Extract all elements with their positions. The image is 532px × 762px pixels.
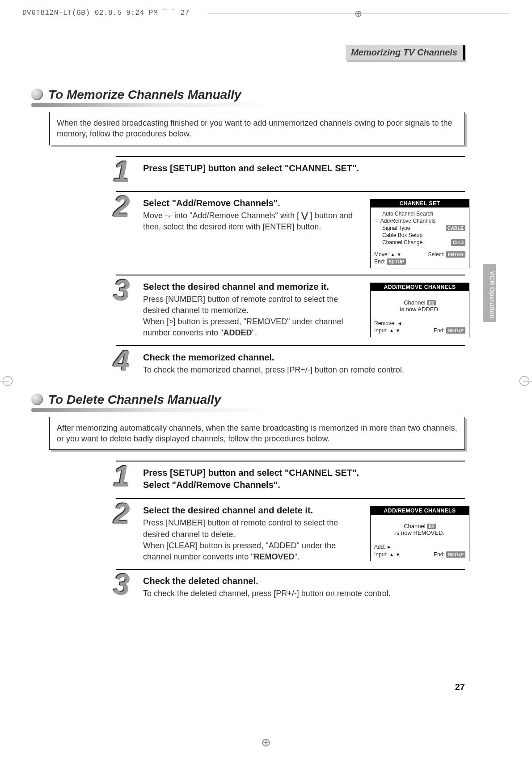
step-number: 1 (114, 157, 130, 186)
intro-box-delete: After memorizing automatically channels,… (49, 417, 465, 450)
osd-foot-label: End: (374, 258, 385, 265)
down-triangle-icon: ▼ (396, 328, 401, 333)
step: 1 Press [SETUP] button and select "CHANN… (116, 461, 465, 498)
body-text-bold: REMOVED (254, 552, 295, 561)
osd-foot-label: End: (434, 551, 445, 558)
osd-footer-row: End: SETUP (374, 258, 465, 265)
osd-row: ☞ Add/Remove Channels (374, 217, 465, 224)
body-text-bold: ADDED (223, 328, 252, 337)
step: 2 Select the desired channel and delete … (116, 498, 465, 569)
skip-forward-icon: ► (387, 544, 392, 550)
pointing-hand-icon: ☞ (374, 218, 380, 224)
osd-title: CHANNEL SET (371, 199, 469, 207)
step-body: Press [NUMBER] button of remote control … (143, 294, 363, 316)
osd-pill: CH 3 (451, 239, 465, 246)
page-content: Memorizing TV Channels To Memorize Chann… (31, 45, 465, 708)
osd-label: Cable Box Setup (382, 232, 422, 239)
osd-msg-text: is now REMOVED. (372, 529, 467, 536)
step: 1 Press [SETUP] button and select "CHANN… (116, 156, 465, 191)
osd-pill: 02 (427, 300, 436, 305)
osd-msg-text: is now ADDED. (372, 306, 467, 313)
osd-msg-text: Channel (404, 299, 427, 306)
section-title: To Delete Channels Manually (31, 393, 465, 407)
step-number: 3 (114, 570, 130, 599)
prepress-text: DV6T812N-LT(GB) 02.8.5 9:24 PM ˘ ` 27 (22, 9, 190, 17)
bullet-sphere-icon (31, 89, 43, 100)
section-title: To Memorize Channels Manually (31, 88, 465, 102)
body-text: ". (252, 328, 257, 337)
osd-pill: ENTER (446, 251, 465, 258)
step-number: 2 (114, 192, 130, 221)
step: 2 Select "Add/Remove Channels". Move ☞ i… (116, 191, 465, 275)
osd-add-remove: ADD/REMOVE CHANNELS Channel 02 is now RE… (370, 506, 469, 561)
down-arrow-icon: ⋁ (301, 211, 308, 220)
body-text: Move (143, 211, 165, 220)
osd-msg-text: Channel (404, 523, 427, 529)
steps-delete: 1 Press [SETUP] button and select "CHANN… (116, 461, 465, 605)
step-title: Press [SETUP] button and select "CHANNEL… (143, 468, 465, 478)
osd-pill: SETUP (387, 258, 406, 265)
trim-circle-right-icon (519, 376, 529, 386)
osd-row: Channel Change:CH 3 (374, 239, 465, 246)
step-body: When [>] button is pressed, "REMOVED" un… (143, 316, 363, 339)
step-number: 3 (114, 275, 130, 305)
osd-row: Cable Box Setup (374, 232, 465, 239)
step-number: 2 (114, 499, 130, 529)
side-tab: VCR Operation (483, 264, 496, 322)
register-mark-icon: ⊕ (355, 7, 362, 21)
down-triangle-icon: ▼ (396, 552, 401, 557)
osd-foot-label: End: (434, 327, 445, 334)
up-triangle-icon: ▲ (389, 328, 394, 333)
up-triangle-icon: ▲ (390, 252, 395, 257)
osd-footer-row: Input: ▲ ▼ End: SETUP (374, 327, 465, 334)
osd-label: Add/Remove Channels (380, 218, 435, 224)
osd-footer-row: Add: ► (374, 543, 465, 550)
gradient-bar-icon (31, 103, 270, 107)
osd-label: Channel Change: (382, 239, 424, 246)
step-title: Check the deleted channel. (143, 576, 465, 586)
step: 3 Check the deleted channel. To check th… (116, 569, 465, 605)
step-body: Press [NUMBER] button of remote control … (143, 517, 363, 540)
osd-message: Channel 02 is now REMOVED. (371, 515, 469, 542)
osd-pill: CABLE (446, 225, 465, 231)
skip-back-icon: ◄ (397, 321, 402, 326)
step-body: When [CLEAR] button is pressed, "ADDED" … (143, 540, 363, 563)
step: 4 Check the memorized channel. To check … (116, 345, 465, 382)
up-triangle-icon: ▲ (389, 552, 394, 557)
page-number: 27 (455, 682, 465, 692)
section-heading-memorize: To Memorize Channels Manually (31, 88, 465, 107)
osd-pill: SETUP (446, 551, 465, 558)
osd-channel-set: CHANNEL SET Auto Channel Search ☞ Add/Re… (370, 199, 469, 268)
osd-title: ADD/REMOVE CHANNELS (371, 507, 469, 515)
osd-foot-label: Remove: (374, 320, 396, 326)
step-body: To check the deleted channel, press [PR+… (143, 588, 465, 599)
osd-label: Signal Type: (382, 224, 412, 232)
bullet-sphere-icon (31, 394, 43, 405)
step: 3 Select the desired channel and memoriz… (116, 275, 465, 345)
step-body: Move ☞ into "Add/Remove Channels" with [… (143, 210, 363, 233)
osd-footer-row: Input: ▲ ▼ End: SETUP (374, 551, 465, 558)
body-text: When [CLEAR] button is pressed, "ADDED" … (143, 541, 336, 561)
gradient-bar-icon (31, 408, 270, 412)
osd-row: Signal Type:CABLE (374, 224, 465, 232)
down-triangle-icon: ▼ (397, 252, 401, 257)
step-title: Press [SETUP] button and select "CHANNEL… (143, 163, 465, 174)
osd-pill: SETUP (446, 327, 465, 334)
step-body: To check the memorized channel, press [P… (143, 364, 465, 376)
osd-foot-label: Input: (374, 551, 388, 558)
intro-box-memorize: When the desired broadcasting finished o… (49, 112, 465, 145)
register-mark-bottom-icon: ⊕ (261, 736, 271, 749)
step-title: Select "Add/Remove Channels". (143, 198, 363, 208)
step-number: 4 (114, 346, 130, 376)
osd-row: Auto Channel Search (374, 210, 465, 217)
chapter-tag: Memorizing TV Channels (346, 45, 465, 60)
osd-title: ADD/REMOVE CHANNELS (371, 283, 469, 291)
section-heading-delete: To Delete Channels Manually (31, 393, 465, 412)
trim-circle-left-icon (3, 376, 13, 386)
osd-message: Channel 02 is now ADDED. (371, 291, 469, 318)
osd-label: Auto Channel Search (382, 210, 433, 217)
step-title: Select the desired channel and delete it… (143, 505, 363, 516)
step-title: Select "Add/Remove Channels". (143, 480, 465, 490)
osd-pill: 02 (427, 524, 436, 529)
prepress-header: DV6T812N-LT(GB) 02.8.5 9:24 PM ˘ ` 27 ⊕ (22, 9, 510, 17)
